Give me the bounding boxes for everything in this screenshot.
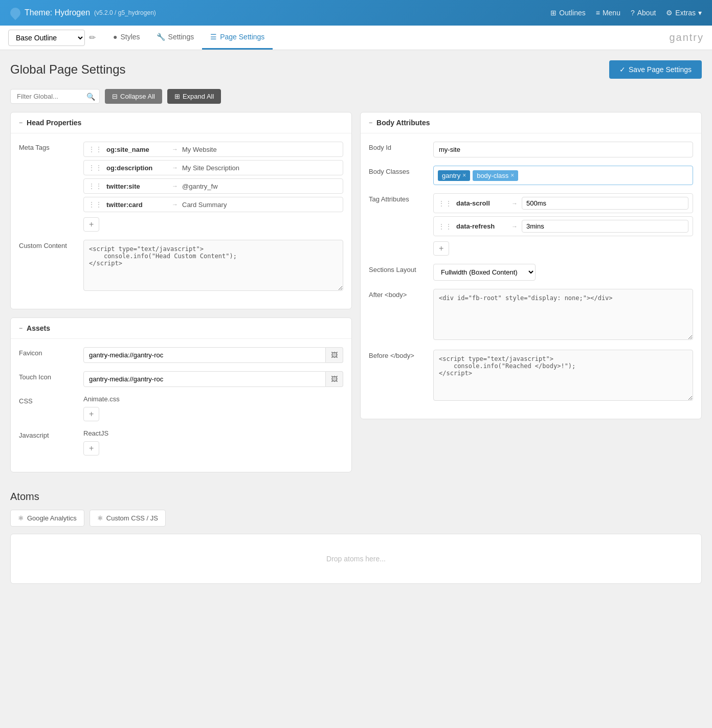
drag-handle-icon[interactable]: ⋮⋮ (88, 145, 102, 153)
tag-value: My Website (182, 146, 217, 153)
filter-bar: 🔍 ⊟ Collapse All ⊞ Expand All (10, 89, 702, 104)
atom-icon-google-analytics: ⚛ (18, 514, 24, 522)
body-id-content (433, 142, 693, 157)
theme-version: (v5.2.0 / g5_hydrogen) (94, 9, 156, 16)
before-body-close-textarea[interactable]: <script type="text/javascript"> console.… (433, 350, 693, 401)
sections-layout-field: Sections Layout Fullwidth (Boxed Content… (369, 264, 693, 281)
styles-icon: ● (113, 33, 117, 41)
tag-key: twitter:card (106, 201, 168, 209)
body-attributes-card: − Body Attributes Body Id Body Classes (360, 112, 702, 419)
atom-chip-custom-css-js[interactable]: ⚛ Custom CSS / JS (90, 510, 166, 527)
tag-attr-row: ⋮⋮ data-refresh → (433, 216, 693, 236)
top-nav-links: ⊞ Outlines ≡ Menu ? About ⚙ Extras ▾ (550, 9, 702, 17)
after-body-textarea[interactable]: <div id="fb-root" style="display: none;"… (433, 289, 693, 340)
theme-name: Theme: Hydrogen (25, 8, 90, 17)
edit-outline-button[interactable]: ✏ (85, 30, 100, 46)
body-classes-tags-input[interactable]: gantry × body-class × (433, 166, 693, 185)
remove-gantry-tag[interactable]: × (462, 172, 466, 179)
collapse-all-button[interactable]: ⊟ Collapse All (105, 89, 162, 104)
body-classes-field: Body Classes gantry × body-class × (369, 166, 693, 185)
touch-icon-browse-button[interactable]: 🖼 (326, 371, 343, 387)
tag-attributes-content: ⋮⋮ data-scroll → ⋮⋮ data-refresh → (433, 193, 693, 256)
sections-layout-select[interactable]: Fullwidth (Boxed Content) (433, 264, 536, 281)
touch-icon-input-group: 🖼 (83, 371, 343, 387)
body-id-label: Body Id (369, 142, 425, 157)
tab-styles[interactable]: ● Styles (105, 26, 148, 50)
tag-attr-row: ⋮⋮ data-scroll → (433, 193, 693, 213)
atom-chip-google-analytics[interactable]: ⚛ Google Analytics (10, 510, 84, 527)
filter-input[interactable] (15, 89, 86, 103)
wrench-icon: 🔧 (157, 33, 165, 41)
favicon-content: 🖼 (83, 347, 343, 363)
nav-link-about[interactable]: ? About (631, 9, 656, 17)
body-attributes-toggle[interactable]: − (369, 119, 372, 126)
custom-content-label: Custom Content (19, 240, 75, 292)
tab-settings[interactable]: 🔧 Settings (148, 26, 203, 50)
save-page-settings-button[interactable]: ✓ Save Page Settings (609, 60, 702, 79)
attr-value-input[interactable] (522, 197, 688, 210)
nav-link-menu[interactable]: ≡ Menu (596, 9, 620, 17)
add-css-button[interactable]: + (83, 407, 99, 421)
attr-value-input[interactable] (522, 220, 688, 233)
add-js-button[interactable]: + (83, 441, 99, 456)
after-body-label: After <body> (369, 289, 425, 342)
outline-select[interactable]: Base Outline (8, 30, 85, 46)
nav-link-outlines[interactable]: ⊞ Outlines (550, 9, 585, 17)
favicon-label: Favicon (19, 347, 75, 363)
page-header: Global Page Settings ✓ Save Page Setting… (10, 60, 702, 79)
theme-logo-area: Theme: Hydrogen (v5.2.0 / g5_hydrogen) (10, 8, 550, 18)
drag-handle-icon[interactable]: ⋮⋮ (88, 200, 102, 209)
javascript-field: Javascript ReactJS + (19, 429, 343, 456)
meta-tag-row: ⋮⋮ twitter:site → @gantry_fw (83, 178, 343, 194)
javascript-label: Javascript (19, 429, 75, 456)
drag-handle-icon[interactable]: ⋮⋮ (438, 222, 452, 231)
add-meta-tag-button[interactable]: + (83, 217, 99, 232)
arrow-icon: → (511, 200, 518, 207)
nav-link-extras[interactable]: ⚙ Extras ▾ (666, 9, 702, 17)
css-item: Animate.css (83, 395, 343, 403)
css-field: CSS Animate.css + (19, 395, 343, 421)
touch-icon-label: Touch Icon (19, 371, 75, 387)
meta-tag-row: ⋮⋮ og:description → My Site Description (83, 160, 343, 175)
favicon-field: Favicon 🖼 (19, 347, 343, 363)
tab-page-settings[interactable]: ☰ Page Settings (202, 26, 273, 50)
main-content: Global Page Settings ✓ Save Page Setting… (0, 50, 712, 594)
page-icon: ☰ (210, 33, 217, 41)
remove-body-class-tag[interactable]: × (510, 172, 514, 179)
drag-handle-icon[interactable]: ⋮⋮ (438, 199, 452, 208)
sub-navigation: Base Outline ✏ ● Styles 🔧 Settings ☰ Pag… (0, 26, 712, 50)
add-tag-attr-button[interactable]: + (433, 241, 449, 256)
sections-layout-content: Fullwidth (Boxed Content) (433, 264, 693, 281)
attr-key: data-refresh (456, 222, 507, 230)
tag-value: @gantry_fw (182, 183, 218, 190)
top-navigation: Theme: Hydrogen (v5.2.0 / g5_hydrogen) ⊞… (0, 0, 712, 26)
after-body-field: After <body> <div id="fb-root" style="di… (369, 289, 693, 342)
arrow-icon: → (511, 223, 518, 230)
favicon-input[interactable] (83, 347, 326, 363)
attr-key: data-scroll (456, 199, 507, 207)
body-id-input[interactable] (433, 142, 693, 157)
custom-content-content: <script type="text/javascript"> console.… (83, 240, 343, 292)
before-body-close-label: Before </body> (369, 350, 425, 402)
expand-all-button[interactable]: ⊞ Expand All (167, 89, 221, 104)
favicon-browse-button[interactable]: 🖼 (326, 347, 343, 363)
filter-input-wrap: 🔍 (10, 89, 100, 104)
head-properties-toggle[interactable]: − (19, 119, 23, 126)
drag-handle-icon[interactable]: ⋮⋮ (88, 182, 102, 190)
assets-toggle[interactable]: − (19, 325, 23, 332)
touch-icon-input[interactable] (83, 371, 326, 387)
drag-handle-icon[interactable]: ⋮⋮ (88, 164, 102, 172)
chevron-down-icon: ▾ (698, 9, 702, 17)
custom-content-textarea[interactable]: <script type="text/javascript"> console.… (83, 240, 343, 291)
page-title: Global Page Settings (10, 62, 125, 77)
tag-value: My Site Description (182, 164, 239, 172)
before-body-close-content: <script type="text/javascript"> console.… (433, 350, 693, 402)
sub-nav-tabs: ● Styles 🔧 Settings ☰ Page Settings (105, 26, 273, 50)
tag-key: og:description (106, 164, 168, 172)
arrow-icon: → (172, 146, 178, 153)
head-properties-card: − Head Properties Meta Tags ⋮⋮ og:site_n… (10, 112, 352, 309)
meta-tags-label: Meta Tags (19, 142, 75, 232)
right-column: − Body Attributes Body Id Body Classes (360, 112, 702, 481)
meta-tag-row: ⋮⋮ og:site_name → My Website (83, 142, 343, 157)
gear-icon: ⚙ (666, 9, 673, 17)
